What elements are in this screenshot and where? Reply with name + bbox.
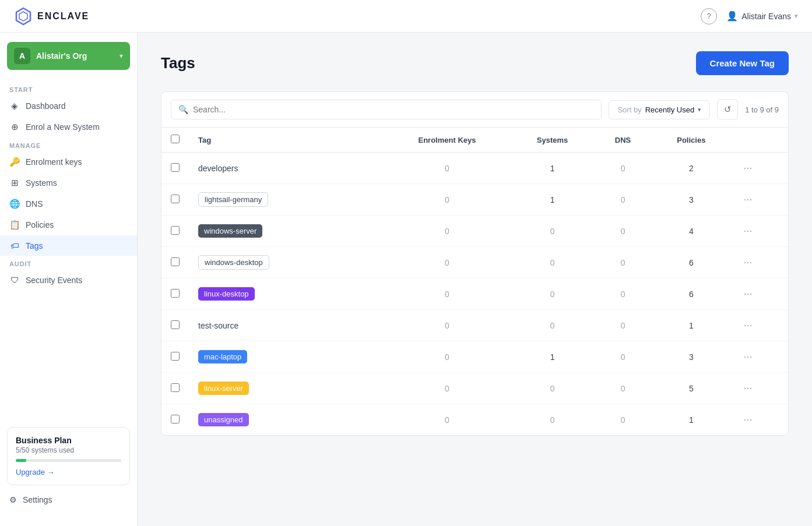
actions-cell: ··· bbox=[731, 310, 788, 341]
tag-cell: developers bbox=[189, 153, 384, 184]
logo-icon bbox=[14, 7, 33, 26]
row-checkbox[interactable] bbox=[171, 226, 180, 235]
row-checkbox[interactable] bbox=[171, 257, 180, 266]
cell-value: 0 bbox=[511, 404, 594, 436]
search-icon: 🔍 bbox=[178, 105, 188, 114]
upgrade-link[interactable]: Upgrade → bbox=[16, 468, 121, 476]
settings-icon: ⚙ bbox=[9, 495, 17, 504]
org-name: Alistair's Org bbox=[36, 51, 114, 61]
select-all-checkbox[interactable] bbox=[171, 135, 180, 143]
sidebar-item-enrol-system[interactable]: ⊕ Enrol a New System bbox=[0, 117, 137, 137]
table-row: linux-server 0 0 0 5 ··· bbox=[161, 373, 788, 404]
sort-label: Sort by bbox=[617, 105, 641, 114]
row-checkbox[interactable] bbox=[171, 320, 180, 329]
tags-tbody: developers 0 1 0 2 ··· lightsail-germany… bbox=[161, 153, 788, 436]
tag-cell: unassigned bbox=[189, 404, 384, 436]
policies-icon: 📋 bbox=[9, 220, 20, 230]
row-more-button[interactable]: ··· bbox=[740, 381, 756, 396]
cell-value: 0 bbox=[384, 310, 511, 341]
row-checkbox[interactable] bbox=[171, 415, 180, 423]
cell-value: 1 bbox=[652, 404, 730, 436]
org-selector[interactable]: A Alistair's Org ▾ bbox=[7, 42, 130, 70]
tag-cell: linux-desktop bbox=[189, 278, 384, 310]
tag-cell: lightsail-germany bbox=[189, 184, 384, 216]
table-row: unassigned 0 0 0 1 ··· bbox=[161, 404, 788, 436]
row-more-button[interactable]: ··· bbox=[740, 224, 756, 238]
row-more-button[interactable]: ··· bbox=[740, 412, 756, 427]
help-button[interactable]: ? bbox=[701, 8, 717, 24]
table-row: mac-laptop 0 1 0 3 ··· bbox=[161, 341, 788, 373]
actions-cell: ··· bbox=[731, 153, 788, 184]
top-nav: ENCLAVE ? 👤 Alistair Evans ▾ bbox=[0, 0, 812, 33]
refresh-button[interactable]: ↺ bbox=[717, 99, 738, 120]
refresh-icon: ↺ bbox=[724, 104, 732, 115]
row-more-button[interactable]: ··· bbox=[740, 287, 756, 301]
actions-cell: ··· bbox=[731, 184, 788, 216]
cell-value: 0 bbox=[511, 310, 594, 341]
row-checkbox[interactable] bbox=[171, 195, 180, 203]
row-more-button[interactable]: ··· bbox=[740, 350, 756, 364]
table-row: test-source 0 0 0 1 ··· bbox=[161, 310, 788, 341]
row-more-button[interactable]: ··· bbox=[740, 255, 756, 270]
user-name: Alistair Evans bbox=[741, 12, 791, 21]
tags-table-wrapper: Tag Enrolment Keys Systems DNS Policies … bbox=[161, 127, 789, 436]
sort-selector[interactable]: Sort by Recently Used ▾ bbox=[609, 100, 710, 119]
sidebar-section-audit: AUDIT 🛡 Security Events bbox=[0, 256, 137, 290]
sidebar-item-enrolment-keys[interactable]: 🔑 Enrolment keys bbox=[0, 151, 137, 172]
table-row: windows-desktop 0 0 0 6 ··· bbox=[161, 247, 788, 278]
toolbar: 🔍 Sort by Recently Used ▾ ↺ 1 to 9 of 9 bbox=[161, 91, 789, 127]
row-checkbox[interactable] bbox=[171, 289, 180, 298]
tag-cell: windows-server bbox=[189, 216, 384, 247]
create-new-tag-button[interactable]: Create New Tag bbox=[696, 51, 789, 75]
user-menu-button[interactable]: 👤 Alistair Evans ▾ bbox=[726, 10, 798, 22]
svg-marker-0 bbox=[16, 8, 30, 24]
pagination-text: 1 to 9 of 9 bbox=[745, 105, 779, 114]
cell-value: 0 bbox=[594, 278, 652, 310]
row-more-button[interactable]: ··· bbox=[740, 192, 756, 207]
row-checkbox-cell bbox=[161, 341, 189, 373]
sidebar-item-tags[interactable]: 🏷 Tags bbox=[0, 235, 137, 256]
row-more-button[interactable]: ··· bbox=[740, 161, 756, 175]
cell-value: 1 bbox=[511, 341, 594, 373]
page-title: Tags bbox=[161, 54, 195, 72]
row-checkbox[interactable] bbox=[171, 163, 180, 172]
actions-cell: ··· bbox=[731, 373, 788, 404]
sidebar-item-settings[interactable]: ⚙ Settings bbox=[7, 490, 130, 510]
sidebar-item-systems[interactable]: ⊞ Systems bbox=[0, 172, 137, 193]
row-more-button[interactable]: ··· bbox=[740, 318, 756, 333]
sidebar-item-security-events[interactable]: 🛡 Security Events bbox=[0, 270, 137, 290]
search-input[interactable] bbox=[193, 105, 594, 114]
col-systems: Systems bbox=[511, 128, 594, 153]
tag-badge: lightsail-germany bbox=[198, 192, 268, 207]
actions-cell: ··· bbox=[731, 247, 788, 278]
table-row: developers 0 1 0 2 ··· bbox=[161, 153, 788, 184]
logo-text: ENCLAVE bbox=[37, 11, 89, 22]
cell-value: 0 bbox=[511, 247, 594, 278]
sidebar-item-dns[interactable]: 🌐 DNS bbox=[0, 193, 137, 214]
row-checkbox-cell bbox=[161, 310, 189, 341]
logo: ENCLAVE bbox=[14, 7, 89, 26]
sidebar-item-label: Dashboard bbox=[26, 101, 66, 111]
sidebar-item-label: Tags bbox=[26, 241, 43, 250]
cell-value: 0 bbox=[384, 153, 511, 184]
tag-badge: developers bbox=[198, 164, 238, 173]
sidebar: A Alistair's Org ▾ START ◈ Dashboard ⊕ E… bbox=[0, 33, 138, 526]
sidebar-item-label: Enrol a New System bbox=[26, 122, 100, 132]
chevron-down-icon: ▾ bbox=[795, 12, 798, 20]
col-actions bbox=[731, 128, 788, 153]
enrol-icon: ⊕ bbox=[9, 122, 20, 132]
row-checkbox[interactable] bbox=[171, 352, 180, 361]
sort-chevron-icon: ▾ bbox=[698, 106, 701, 114]
actions-cell: ··· bbox=[731, 278, 788, 310]
sidebar-item-dashboard[interactable]: ◈ Dashboard bbox=[0, 96, 137, 117]
cell-value: 4 bbox=[652, 216, 730, 247]
table-header-row: Tag Enrolment Keys Systems DNS Policies bbox=[161, 128, 788, 153]
table-row: lightsail-germany 0 1 0 3 ··· bbox=[161, 184, 788, 216]
sidebar-section-manage: MANAGE 🔑 Enrolment keys ⊞ Systems 🌐 DNS … bbox=[0, 137, 137, 256]
plan-subtitle: 5/50 systems used bbox=[16, 446, 121, 454]
shield-icon: 🛡 bbox=[9, 275, 20, 285]
row-checkbox[interactable] bbox=[171, 383, 180, 392]
row-checkbox-cell bbox=[161, 404, 189, 436]
cell-value: 5 bbox=[652, 373, 730, 404]
sidebar-item-policies[interactable]: 📋 Policies bbox=[0, 214, 137, 235]
